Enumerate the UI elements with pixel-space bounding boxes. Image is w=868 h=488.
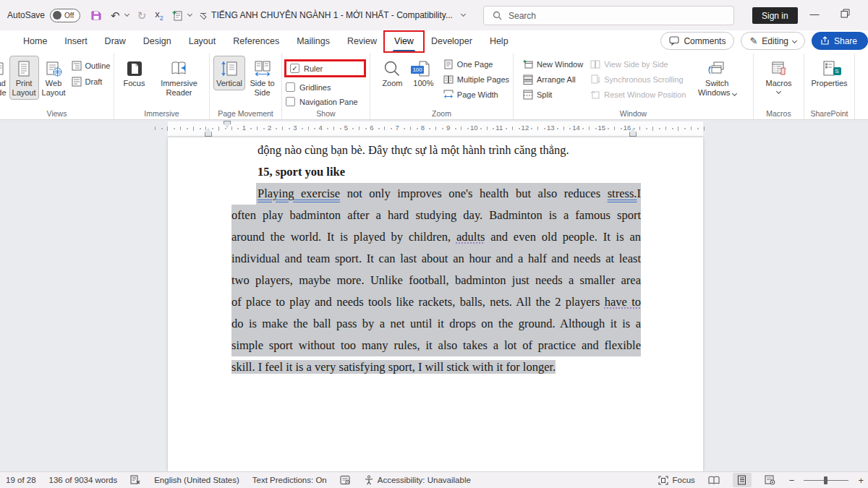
- document-line[interactable]: individual and team sport. It can last a…: [231, 248, 641, 270]
- vertical-button[interactable]: Vertical: [213, 56, 245, 90]
- paste-special-button[interactable]: [172, 9, 192, 21]
- save-icon[interactable]: [90, 9, 102, 21]
- ribbon-tab-references[interactable]: References: [224, 30, 288, 53]
- properties-button[interactable]: S Properties: [808, 56, 851, 90]
- document-line[interactable]: two players, maybe more. Unlike football…: [231, 270, 641, 291]
- ruler-number: 3: [292, 124, 299, 132]
- ruler-dot: [378, 128, 380, 129]
- web-layout-button[interactable]: Web Layout: [39, 56, 69, 100]
- zoom-100-badge: 100: [411, 66, 423, 74]
- share-button[interactable]: Share: [812, 32, 868, 50]
- document-title-area[interactable]: TIẾNG ANH CHUYÊN NGÀNH 1 - MỚI NHẤT - Co…: [199, 0, 477, 30]
- ribbon-tab-home[interactable]: Home: [14, 30, 56, 53]
- macros-dropdown-icon: [776, 89, 781, 94]
- document-line[interactable]: 15, sport you like: [231, 161, 641, 183]
- document-line[interactable]: of place to play and needs tools like ra…: [231, 291, 641, 313]
- ruler-checkbox[interactable]: ✓ Ruler: [290, 64, 323, 73]
- document-page[interactable]: động nào cùng bạn bè. Đây thực sự là một…: [168, 137, 703, 471]
- undo-button[interactable]: ↶: [111, 10, 129, 21]
- page-width-button[interactable]: Page Width: [443, 90, 509, 100]
- ruler-dot: [327, 128, 328, 129]
- restore-window-button[interactable]: [841, 9, 850, 18]
- ribbon-tab-review[interactable]: Review: [339, 30, 386, 53]
- group-label-views: Views: [0, 109, 114, 118]
- zoom-in-button[interactable]: +: [858, 475, 864, 486]
- focus-button[interactable]: Focus: [119, 56, 150, 90]
- ruler[interactable]: 12345678910111213141516: [0, 120, 868, 137]
- multiple-pages-button[interactable]: Multiple Pages: [443, 74, 509, 85]
- language-indicator[interactable]: English (United States): [154, 476, 239, 484]
- macros-button[interactable]: Macros: [760, 56, 798, 95]
- new-window-button[interactable]: New Window: [523, 59, 583, 69]
- outline-button[interactable]: Outline: [72, 61, 111, 71]
- zoom-out-button[interactable]: −: [789, 475, 795, 486]
- ribbon-tab-draw[interactable]: Draw: [96, 30, 135, 53]
- ruler-number: 15: [598, 124, 605, 132]
- focus-mode-button[interactable]: Focus: [658, 476, 694, 485]
- editing-mode-button[interactable]: ✎ Editing: [741, 32, 805, 50]
- reset-window-position-button[interactable]: Reset Window Position: [590, 90, 686, 100]
- minimize-button[interactable]: —: [807, 9, 822, 20]
- ruler-tick: [384, 127, 385, 130]
- page-indicator[interactable]: 19 of 28: [6, 476, 36, 484]
- group-label-sharepoint: SharePoint: [804, 109, 854, 118]
- ribbon-tab-help[interactable]: Help: [481, 30, 517, 53]
- text-predictions-indicator[interactable]: Text Predictions: On: [252, 476, 327, 484]
- split-button[interactable]: Split: [523, 90, 583, 100]
- ribbon-tab-mailings[interactable]: Mailings: [288, 30, 339, 53]
- arrange-all-icon: [523, 74, 533, 85]
- comments-button[interactable]: Comments: [660, 32, 734, 50]
- group-label-window: Window: [514, 109, 753, 118]
- side-to-side-button[interactable]: Side to Side: [247, 56, 278, 100]
- document-line[interactable]: Playing exercise not only improves one's…: [231, 183, 641, 205]
- ribbon-tab-layout[interactable]: Layout: [180, 30, 225, 53]
- document-line[interactable]: often play badminton after a hard studyi…: [231, 205, 641, 226]
- print-layout-view-button[interactable]: [733, 473, 752, 487]
- undo-dropdown-icon[interactable]: [124, 12, 129, 17]
- read-mode-view-button[interactable]: [705, 473, 723, 487]
- ruler-number: 14: [572, 124, 579, 132]
- editor-icon[interactable]: [340, 475, 351, 485]
- ribbon-tab-insert[interactable]: Insert: [56, 30, 95, 53]
- document-line[interactable]: simple sport without too many rules, it …: [231, 335, 641, 356]
- switch-windows-icon: [707, 59, 726, 78]
- document-line[interactable]: around the world. It is played by childr…: [231, 226, 641, 248]
- document-line[interactable]: skill. I feel it is a very satisfying sp…: [231, 356, 641, 378]
- web-layout-view-button[interactable]: [761, 473, 780, 487]
- word-application-window: AutoSave Off ↶ ↻ x2 TIẾNG ANH CHUYÊN NGÀ…: [0, 0, 868, 488]
- ruler-tick: [205, 127, 206, 130]
- immersive-reader-button[interactable]: Immersive Reader: [154, 56, 205, 100]
- zoom-slider[interactable]: [804, 480, 848, 481]
- accessibility-status[interactable]: Accessibility: Unavailable: [364, 475, 471, 485]
- ribbon-tab-view[interactable]: View: [386, 30, 422, 53]
- document-line[interactable]: do is make the ball pass by a net until …: [231, 313, 641, 335]
- paste-dropdown-icon[interactable]: [187, 12, 192, 17]
- search-input[interactable]: Search: [483, 6, 734, 25]
- text-segment: do is make the ball pass by a net until …: [231, 317, 641, 330]
- autosave-toggle[interactable]: Off: [50, 9, 80, 22]
- zoom-button[interactable]: Zoom: [378, 56, 407, 90]
- proofing-status-icon[interactable]: [130, 475, 141, 485]
- word-count[interactable]: 136 of 9034 words: [49, 476, 118, 484]
- read-mode-button[interactable]: Read Mode: [0, 56, 9, 100]
- ribbon-view-tab-panel: Read Mode Print Layout Web Layout Outlin…: [0, 53, 868, 120]
- print-layout-button[interactable]: Print Layout: [9, 56, 39, 100]
- ribbon-tab-design[interactable]: Design: [135, 30, 180, 53]
- gridlines-checkbox[interactable]: Gridlines: [286, 82, 366, 92]
- sign-in-button[interactable]: Sign in: [752, 7, 798, 24]
- navigation-pane-checkbox[interactable]: Navigation Pane: [286, 97, 366, 106]
- zoom-100-button[interactable]: 100 100%: [409, 56, 438, 90]
- draft-button[interactable]: Draft: [72, 77, 111, 87]
- switch-windows-button[interactable]: Switch Windows: [693, 56, 741, 100]
- title-dropdown-icon[interactable]: [461, 12, 466, 17]
- zoom-slider-handle[interactable]: [824, 476, 827, 484]
- ribbon-tab-developer[interactable]: Developer: [422, 30, 481, 53]
- redo-button[interactable]: ↻: [137, 10, 147, 21]
- view-side-by-side-button[interactable]: View Side by Side: [590, 59, 686, 69]
- document-line[interactable]: động nào cùng bạn bè. Đây thực sự là một…: [231, 140, 641, 161]
- ruler-tick: [639, 127, 640, 130]
- synchronous-scrolling-button[interactable]: Synchronous Scrolling: [590, 74, 686, 85]
- subscript-button[interactable]: x2: [155, 9, 163, 22]
- one-page-button[interactable]: One Page: [443, 59, 509, 69]
- arrange-all-button[interactable]: Arrange All: [523, 74, 583, 85]
